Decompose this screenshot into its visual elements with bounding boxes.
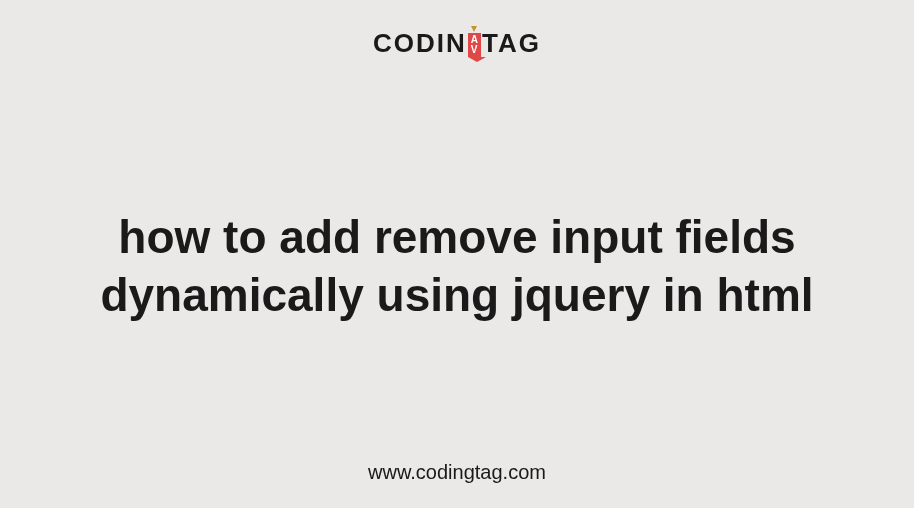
logo-text-first: CODIN bbox=[373, 28, 467, 59]
logo-tag-icon: AV bbox=[468, 26, 481, 57]
logo-text-last: TAG bbox=[482, 28, 541, 59]
page-headline: how to add remove input fields dynamical… bbox=[46, 209, 869, 324]
footer-url: www.codingtag.com bbox=[368, 461, 546, 484]
tag-shape-icon: AV bbox=[468, 33, 481, 57]
pencil-tip-icon bbox=[471, 26, 477, 32]
brand-logo: CODIN AV TAG bbox=[373, 28, 541, 59]
